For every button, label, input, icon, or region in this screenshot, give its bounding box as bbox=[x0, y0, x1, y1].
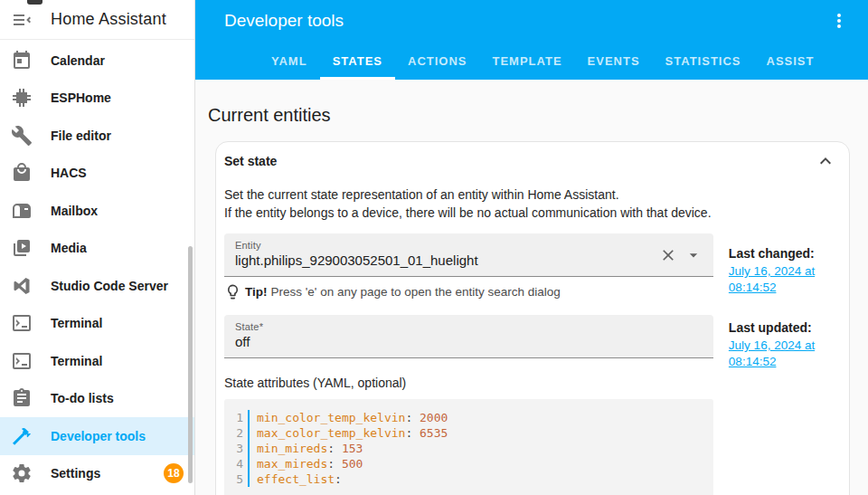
state-field-label: State* bbox=[235, 321, 650, 332]
line-number: 2 bbox=[228, 425, 248, 441]
sidebar-item-label: Calendar bbox=[51, 53, 105, 68]
entity-field-label: Entity bbox=[235, 240, 650, 251]
sidebar-nav: CalendarESPHomeFile editorHACSMailboxMed… bbox=[0, 40, 194, 492]
sidebar-item-label: Settings bbox=[51, 466, 100, 481]
entity-field-value: light.philips_929003052501_01_huelight bbox=[235, 252, 650, 268]
tab-assist[interactable]: ASSIST bbox=[754, 46, 827, 80]
yaml-code: effect_list: bbox=[248, 471, 342, 487]
last-updated-block: Last updated: July 16, 2024 at 08:14:52 bbox=[729, 319, 841, 369]
sidebar-item-terminal[interactable]: Terminal bbox=[0, 342, 194, 380]
sidebar-item-label: Developer tools bbox=[51, 429, 146, 443]
sidebar-item-label: Mailbox bbox=[51, 204, 98, 218]
tab-bar: YAMLSTATESACTIONSTEMPLATEEVENTSSTATISTIC… bbox=[259, 46, 826, 80]
scrolled-item-artifact bbox=[27, 0, 42, 5]
sidebar-toggle-icon[interactable] bbox=[11, 9, 33, 31]
yaml-line-3: 3min_mireds: 153 bbox=[228, 441, 713, 456]
sidebar-item-studio-code-server[interactable]: Studio Code Server bbox=[0, 267, 194, 305]
description-line-1: Set the current state representation of … bbox=[224, 187, 619, 202]
last-changed-label: Last changed: bbox=[729, 245, 841, 262]
sidebar-item-mailbox[interactable]: Mailbox bbox=[0, 192, 194, 230]
last-changed-block: Last changed: July 16, 2024 at 08:14:52 bbox=[729, 245, 841, 295]
yaml-code: min_color_temp_kelvin: 2000 bbox=[248, 410, 448, 425]
sidebar-item-label: Terminal bbox=[51, 316, 102, 330]
sidebar-item-terminal[interactable]: Terminal bbox=[0, 305, 194, 343]
panel-description: Set the current state representation of … bbox=[224, 186, 841, 222]
yaml-editor[interactable]: 1min_color_temp_kelvin: 20002max_color_t… bbox=[224, 399, 713, 495]
line-number: 5 bbox=[228, 471, 248, 487]
sidebar-item-to-do-lists[interactable]: To-do lists bbox=[0, 380, 194, 418]
terminal-icon bbox=[11, 350, 33, 372]
page-header-title: Developer tools bbox=[224, 11, 344, 31]
overflow-menu-icon[interactable] bbox=[828, 10, 850, 32]
set-state-panel: Set state Set the current state represen… bbox=[215, 141, 850, 495]
panel-header[interactable]: Set state bbox=[216, 142, 849, 180]
form-column: Entity light.philips_929003052501_01_hue… bbox=[224, 233, 713, 495]
sidebar-item-settings[interactable]: Settings18 bbox=[0, 455, 194, 493]
terminal-icon bbox=[11, 312, 33, 334]
sidebar-item-label: Terminal bbox=[51, 354, 102, 368]
yaml-code: min_mireds: 153 bbox=[248, 441, 363, 456]
state-field-value: off bbox=[235, 334, 650, 349]
vscode-icon bbox=[11, 275, 33, 297]
mailbox-icon bbox=[11, 200, 33, 222]
line-number: 4 bbox=[228, 456, 248, 471]
yaml-line-1: 1min_color_temp_kelvin: 2000 bbox=[228, 410, 713, 425]
sidebar-item-media[interactable]: Media bbox=[0, 230, 194, 268]
gear-icon bbox=[11, 462, 33, 484]
tab-states[interactable]: STATES bbox=[320, 46, 395, 80]
meta-column: Last changed: July 16, 2024 at 08:14:52 … bbox=[729, 233, 841, 495]
chip-icon bbox=[11, 87, 33, 109]
sidebar-item-label: To-do lists bbox=[51, 391, 114, 405]
state-field[interactable]: State* off bbox=[224, 315, 713, 358]
last-changed-link[interactable]: July 16, 2024 at 08:14:52 bbox=[729, 263, 841, 295]
last-updated-link[interactable]: July 16, 2024 at 08:14:52 bbox=[729, 338, 841, 369]
play-box-multiple-icon bbox=[11, 237, 33, 259]
clipboard-list-icon bbox=[11, 387, 33, 409]
calendar-icon bbox=[11, 50, 33, 71]
chevron-up-icon[interactable] bbox=[815, 150, 836, 172]
last-updated-label: Last updated: bbox=[729, 319, 841, 336]
attributes-label: State attributes (YAML, optional) bbox=[224, 376, 713, 390]
sidebar-item-hacs[interactable]: HACS bbox=[0, 155, 194, 193]
tab-actions[interactable]: ACTIONS bbox=[395, 46, 480, 80]
entity-field[interactable]: Entity light.philips_929003052501_01_hue… bbox=[224, 233, 713, 277]
lightbulb-icon bbox=[224, 283, 241, 300]
app-header: Developer tools YAMLSTATESACTIONSTEMPLAT… bbox=[195, 0, 868, 80]
tab-template[interactable]: TEMPLATE bbox=[480, 46, 575, 80]
line-number: 1 bbox=[228, 410, 248, 425]
hammer-icon bbox=[11, 425, 33, 447]
line-number: 3 bbox=[228, 441, 248, 456]
panel-title: Set state bbox=[224, 154, 277, 168]
notification-badge: 18 bbox=[164, 463, 184, 483]
sidebar-item-calendar[interactable]: Calendar bbox=[0, 42, 194, 80]
sidebar-header: Home Assistant bbox=[0, 0, 194, 40]
sidebar-item-label: HACS bbox=[51, 166, 87, 180]
description-line-2: If the entity belongs to a device, there… bbox=[224, 205, 712, 220]
yaml-line-2: 2max_color_temp_kelvin: 6535 bbox=[228, 425, 713, 441]
app-title: Home Assistant bbox=[51, 10, 166, 29]
sidebar-scrollbar[interactable] bbox=[188, 246, 193, 483]
shopping-bag-icon bbox=[11, 162, 33, 184]
tab-yaml[interactable]: YAML bbox=[259, 46, 320, 80]
yaml-code: max_color_temp_kelvin: 6535 bbox=[248, 425, 448, 441]
entity-dropdown-icon[interactable] bbox=[684, 246, 703, 264]
tip-text: Press 'e' on any page to open the entity… bbox=[271, 285, 561, 299]
sidebar-item-label: Media bbox=[51, 241, 87, 255]
sidebar-item-esphome[interactable]: ESPHome bbox=[0, 80, 194, 118]
clear-entity-icon[interactable] bbox=[659, 246, 677, 264]
page-title: Current entities bbox=[208, 105, 331, 126]
tab-events[interactable]: EVENTS bbox=[575, 46, 653, 80]
sidebar-item-developer-tools[interactable]: Developer tools bbox=[0, 417, 194, 455]
main-content: Current entities Set state Set the curre… bbox=[195, 80, 868, 495]
tip-bold: Tip! bbox=[245, 285, 268, 299]
sidebar: Home Assistant CalendarESPHomeFile edito… bbox=[0, 0, 195, 495]
tab-statistics[interactable]: STATISTICS bbox=[653, 46, 754, 80]
sidebar-item-file-editor[interactable]: File editor bbox=[0, 117, 194, 155]
sidebar-item-label: Studio Code Server bbox=[51, 279, 168, 293]
entity-tip: Tip! Press 'e' on any page to open the e… bbox=[224, 283, 713, 300]
wrench-icon bbox=[11, 125, 33, 147]
sidebar-item-label: File editor bbox=[51, 129, 111, 143]
yaml-line-4: 4max_mireds: 500 bbox=[228, 456, 713, 471]
sidebar-item-label: ESPHome bbox=[51, 90, 111, 105]
yaml-line-5: 5effect_list: bbox=[228, 471, 713, 487]
